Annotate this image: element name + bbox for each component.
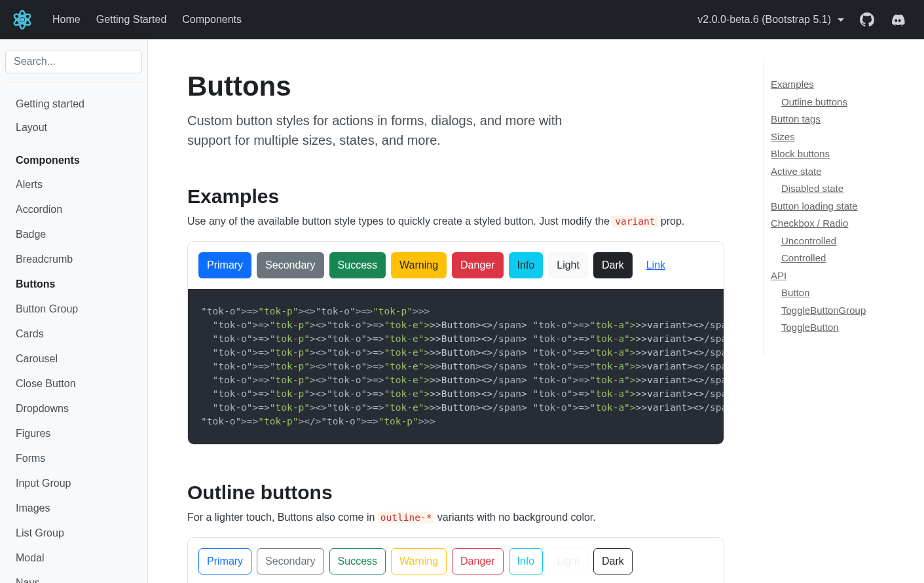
toc-link-block-buttons[interactable]: Block buttons: [771, 145, 901, 163]
sidebar-item-forms[interactable]: Forms: [5, 446, 142, 471]
section-examples-heading: Examples: [187, 181, 724, 211]
search-input[interactable]: [5, 50, 142, 73]
github-icon[interactable]: [852, 12, 882, 27]
toc-link-outline-buttons[interactable]: Outline buttons: [771, 94, 901, 111]
variant-success-button[interactable]: Success: [329, 252, 386, 278]
sidebar-item-buttons[interactable]: Buttons: [5, 272, 142, 297]
sidebar-item-accordion[interactable]: Accordion: [5, 197, 142, 222]
page-lead: Custom button styles for actions in form…: [187, 111, 593, 150]
toc-link-togglebutton[interactable]: ToggleButton: [771, 319, 901, 337]
sidebar-item-cards[interactable]: Cards: [5, 322, 142, 347]
toc-link-examples[interactable]: Examples: [771, 76, 901, 94]
toc: ExamplesOutline buttonsButton tagsSizesB…: [764, 58, 908, 355]
variant-secondary-button[interactable]: Secondary: [257, 252, 324, 278]
sidebar: Getting startedLayout Components AlertsA…: [0, 39, 148, 583]
variant-danger-button[interactable]: Danger: [452, 252, 503, 278]
example-card: PrimarySecondarySuccessWarningDangerInfo…: [187, 241, 724, 445]
sidebar-item-modal[interactable]: Modal: [5, 546, 142, 571]
outline-dark-button[interactable]: Dark: [593, 548, 633, 574]
inline-code-variant: variant: [612, 216, 657, 227]
toc-link-active-state[interactable]: Active state: [771, 163, 901, 181]
main-content: Buttons Custom button styles for actions…: [148, 39, 764, 583]
page-title: Buttons: [187, 66, 724, 107]
navbar: HomeGetting StartedComponents v2.0.0-bet…: [0, 0, 924, 39]
toc-link-sizes[interactable]: Sizes: [771, 128, 901, 146]
nav-link-getting-started[interactable]: Getting Started: [88, 14, 175, 25]
outline-description: For a lighter touch, Buttons also come i…: [187, 510, 724, 525]
toc-link-uncontrolled[interactable]: Uncontrolled: [771, 233, 901, 250]
toc-link-disabled-state[interactable]: Disabled state: [771, 180, 901, 198]
outline-light-button[interactable]: Light: [548, 548, 588, 574]
toc-link-controlled[interactable]: Controlled: [771, 250, 901, 267]
version-dropdown[interactable]: v2.0.0-beta.6 (Bootstrap 5.1): [690, 12, 852, 28]
nav-link-components[interactable]: Components: [174, 14, 249, 25]
sidebar-item-figures[interactable]: Figures: [5, 421, 142, 446]
discord-icon[interactable]: [882, 12, 914, 28]
variant-dark-button[interactable]: Dark: [593, 252, 633, 278]
sidebar-item-close-button[interactable]: Close Button: [5, 371, 142, 396]
toc-link-button[interactable]: Button: [771, 284, 901, 302]
sidebar-item-getting-started[interactable]: Getting started: [5, 92, 142, 116]
sidebar-item-dropdowns[interactable]: Dropdowns: [5, 396, 142, 421]
sidebar-item-layout[interactable]: Layout: [5, 116, 142, 140]
examples-description: Use any of the available button style ty…: [187, 214, 724, 229]
toc-link-checkbox-radio[interactable]: Checkbox / Radio: [771, 215, 901, 233]
sidebar-item-navs[interactable]: Navs: [5, 571, 142, 583]
toc-link-button-tags[interactable]: Button tags: [771, 111, 901, 128]
variant-light-button[interactable]: Light: [548, 252, 588, 278]
example-code: "tok-o">=>"tok-p"><>"tok-o">=>"tok-p">>>…: [188, 289, 724, 444]
outline-card: PrimarySecondarySuccessWarningDangerInfo…: [187, 537, 724, 583]
sidebar-section-components[interactable]: Components: [5, 149, 142, 172]
sidebar-item-images[interactable]: Images: [5, 496, 142, 521]
outline-warning-button[interactable]: Warning: [391, 548, 447, 574]
brand-logo[interactable]: [10, 8, 34, 31]
variant-warning-button[interactable]: Warning: [391, 252, 447, 278]
toc-link-button-loading-state[interactable]: Button loading state: [771, 198, 901, 216]
variant-info-button[interactable]: Info: [509, 252, 544, 278]
sidebar-item-input-group[interactable]: Input Group: [5, 471, 142, 496]
sidebar-item-badge[interactable]: Badge: [5, 222, 142, 247]
sidebar-item-alerts[interactable]: Alerts: [5, 172, 142, 197]
outline-secondary-button[interactable]: Secondary: [257, 548, 324, 574]
sidebar-item-carousel[interactable]: Carousel: [5, 347, 142, 371]
section-outline-heading: Outline buttons: [187, 478, 724, 507]
sidebar-item-breadcrumb[interactable]: Breadcrumb: [5, 247, 142, 272]
outline-primary-button[interactable]: Primary: [198, 548, 251, 574]
example-preview: PrimarySecondarySuccessWarningDangerInfo…: [188, 242, 724, 289]
nav-link-home[interactable]: Home: [45, 14, 88, 25]
outline-preview: PrimarySecondarySuccessWarningDangerInfo…: [188, 538, 724, 583]
sidebar-item-list-group[interactable]: List Group: [5, 521, 142, 546]
outline-danger-button[interactable]: Danger: [452, 548, 503, 574]
version-label: v2.0.0-beta.6 (Bootstrap 5.1): [697, 12, 831, 28]
sidebar-item-button-group[interactable]: Button Group: [5, 297, 142, 322]
outline-success-button[interactable]: Success: [329, 548, 386, 574]
variant-primary-button[interactable]: Primary: [198, 252, 251, 278]
toc-link-api[interactable]: API: [771, 267, 901, 285]
variant-link-button[interactable]: Link: [638, 252, 674, 278]
chevron-down-icon: [838, 18, 844, 22]
inline-code-outline: outline-*: [378, 512, 435, 523]
outline-info-button[interactable]: Info: [509, 548, 544, 574]
toc-link-togglebuttongroup[interactable]: ToggleButtonGroup: [771, 302, 901, 320]
svg-point-3: [21, 18, 24, 21]
